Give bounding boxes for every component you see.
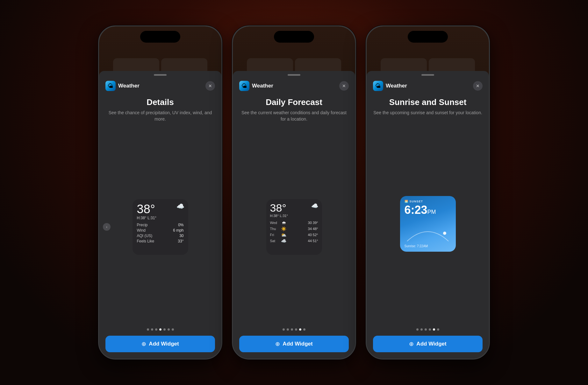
low-1: L:31° <box>147 216 156 220</box>
dot-3-4 <box>429 328 431 331</box>
dot-1-2 <box>151 328 153 331</box>
low-2: L:31° <box>280 214 288 218</box>
dot-1-5 <box>163 328 166 331</box>
prev-arrow-1[interactable]: ‹ <box>103 223 111 231</box>
widget-title-desc-3: See the upcoming sunrise and sunset for … <box>373 110 482 116</box>
sunset-text-3: SUNSET <box>410 200 423 203</box>
dots-2 <box>283 328 305 331</box>
dot-1-1 <box>147 328 149 331</box>
widget-title-heading-3: Sunrise and Sunset <box>373 97 482 107</box>
plus-icon-2: ⊕ <box>275 340 280 347</box>
phone-3: 🌤 Weather ✕ Sunrise and Sunset See the u… <box>366 25 490 360</box>
dynamic-island-3 <box>408 31 448 43</box>
phone-3-wrapper: 🌤 Weather ✕ Sunrise and Sunset See the u… <box>366 25 490 360</box>
close-button-3[interactable]: ✕ <box>473 81 483 91</box>
app-name-3: Weather <box>386 83 407 89</box>
forecast-temps-wed: 30 39° <box>308 221 318 225</box>
widget-title-heading-2: Daily Forecast <box>239 97 349 107</box>
dot-3-2 <box>420 328 423 331</box>
forecast-day-wed: Wed <box>270 221 279 225</box>
plus-icon-3: ⊕ <box>409 340 414 347</box>
modal-sheet-2: 🌤 Weather ✕ Daily Forecast See the curre… <box>233 71 355 359</box>
sunset-label-3: 🌅 SUNSET <box>405 200 451 203</box>
app-name-2: Weather <box>252 83 273 89</box>
modal-sheet-3: 🌤 Weather ✕ Sunrise and Sunset See the u… <box>367 71 489 359</box>
dot-2-5 <box>299 328 301 331</box>
feels-label-1: Feels Like <box>137 239 154 243</box>
ampm-3: PM <box>427 209 436 215</box>
add-widget-label-2: Add Widget <box>283 341 312 347</box>
cloud-icon-2: ☁️ <box>311 202 318 209</box>
dot-2-6 <box>303 328 305 331</box>
modal-handle-2 <box>288 74 300 76</box>
wind-val-1: 6 mph <box>173 228 183 233</box>
widget-title-area-1: Details See the chance of precipitation,… <box>105 97 215 122</box>
feels-row-1: Feels Like 33° <box>137 239 184 243</box>
phone-2: 🌤 Weather ✕ Daily Forecast See the curre… <box>232 25 356 360</box>
widget-title-desc-1: See the chance of precipitation, UV inde… <box>105 110 215 122</box>
dot-3-3 <box>425 328 427 331</box>
precip-row-1: Precip 0% <box>137 223 184 227</box>
forecast-temps-fri: 40 52° <box>308 233 318 237</box>
forecast-temps-thu: 34 48° <box>308 227 318 231</box>
feels-val-1: 33° <box>178 239 183 243</box>
aqi-label-1: AQI (US) <box>137 234 153 238</box>
dot-2-2 <box>287 328 289 331</box>
forecast-icon-wed: 🌧 <box>281 220 287 225</box>
forecast-icon-fri: ⛅ <box>281 232 287 237</box>
sunset-icon-3: 🌅 <box>405 200 408 203</box>
precip-label-1: Precip <box>137 223 148 227</box>
close-button-1[interactable]: ✕ <box>205 81 215 91</box>
cloud-icon-1: ☁️ <box>176 202 184 210</box>
weather-app-icon-2: 🌤 <box>239 81 249 91</box>
widget-title-heading-1: Details <box>105 97 215 107</box>
aqi-val-1: 30 <box>179 234 183 238</box>
time-value-3: 6:23 <box>405 203 427 216</box>
forecast-day-fri: Fri <box>270 233 279 237</box>
close-button-2[interactable]: ✕ <box>339 81 349 91</box>
time-display-3: 6:23PM <box>405 204 451 216</box>
modal-header-3: 🌤 Weather ✕ <box>373 81 483 91</box>
widget-preview-3: 🌅 SUNSET 6:23PM <box>373 119 483 328</box>
forecast-icon-sat: ☁️ <box>281 238 287 243</box>
sunrise-info-3: Sunrise: 7:22AM <box>405 244 428 248</box>
add-widget-button-1[interactable]: ⊕ Add Widget <box>105 336 215 352</box>
precip-val-1: 0% <box>178 223 183 227</box>
dot-1-4 <box>159 328 161 331</box>
widget-title-area-2: Daily Forecast See the current weather c… <box>239 97 349 122</box>
forecast-day-thu: Thu <box>270 227 279 231</box>
high-2: H:38° <box>270 214 279 218</box>
app-name-1: Weather <box>118 83 140 89</box>
details-widget-1: ☁️ 38° H:38° L:31° Precip 0% Wi <box>133 199 188 255</box>
hl-row-2: H:38° L:31° <box>270 214 318 218</box>
aqi-row-1: AQI (US) 30 <box>137 234 184 238</box>
phone-1: 🌤 Weather ✕ Details See the chance of pr… <box>98 25 222 360</box>
dot-3-5 <box>433 328 435 331</box>
dot-3-6 <box>437 328 439 331</box>
wind-row-1: Wind 6 mph <box>137 228 184 233</box>
arc-container-3 <box>400 220 456 243</box>
modal-sheet-1: 🌤 Weather ✕ Details See the chance of pr… <box>99 71 221 359</box>
phone-1-screen: 🌤 Weather ✕ Details See the chance of pr… <box>99 26 221 359</box>
app-identity-3: 🌤 Weather <box>373 81 407 91</box>
dot-2-3 <box>291 328 293 331</box>
weather-icon-2: 🌤 <box>241 83 247 89</box>
forecast-fri: Fri ⛅ 40 52° <box>270 232 318 237</box>
weather-icon-1: 🌤 <box>108 83 113 89</box>
add-widget-label-1: Add Widget <box>149 341 179 347</box>
add-widget-button-3[interactable]: ⊕ Add Widget <box>373 336 483 352</box>
phone-3-screen: 🌤 Weather ✕ Sunrise and Sunset See the u… <box>367 26 489 359</box>
dot-2-4 <box>295 328 297 331</box>
weather-app-icon-1: 🌤 <box>105 81 116 91</box>
modal-header-2: 🌤 Weather ✕ <box>239 81 349 91</box>
forecast-wed: Wed 🌧 30 39° <box>270 220 318 225</box>
widget-title-area-3: Sunrise and Sunset See the upcoming sunr… <box>373 97 482 116</box>
high-1: H:38° <box>137 216 147 220</box>
hl-row-1: H:38° L:31° <box>137 216 184 220</box>
modal-header-1: 🌤 Weather ✕ <box>105 81 215 91</box>
add-widget-button-2[interactable]: ⊕ Add Widget <box>239 336 349 352</box>
dot-1-7 <box>172 328 174 331</box>
forecast-widget-2: ☁️ 38° H:38° L:31° Wed 🌧 30 39° <box>266 199 322 255</box>
phone-2-wrapper: 🌤 Weather ✕ Daily Forecast See the curre… <box>232 25 356 360</box>
forecast-sat: Sat ☁️ 44 51° <box>270 238 318 243</box>
